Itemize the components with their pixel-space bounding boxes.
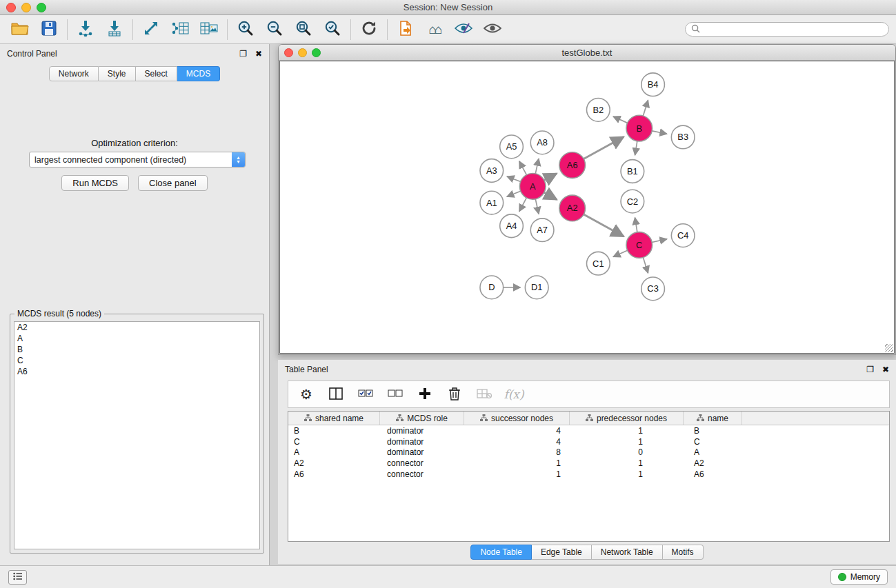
graph-edge-B-B4[interactable] [643, 100, 648, 116]
run-mcds-button[interactable]: Run MCDS [61, 175, 129, 191]
graph-node-A2[interactable]: A2 [559, 195, 586, 221]
search-box[interactable] [685, 22, 889, 37]
graph-edge-A2-C[interactable] [584, 214, 624, 236]
table-row[interactable]: A2connector11A2 [288, 458, 889, 469]
graph-node-A1[interactable]: A1 [480, 191, 504, 214]
table-settings-button[interactable]: ⚙ [298, 386, 315, 403]
deselect-all-columns-button[interactable] [387, 386, 404, 403]
column-header-shared-name[interactable]: shared name [288, 412, 380, 425]
graph-edge-C-C2[interactable] [635, 218, 637, 232]
graph-node-B3[interactable]: B3 [671, 125, 695, 149]
graph-node-A5[interactable]: A5 [500, 135, 524, 159]
maximize-window-button[interactable] [37, 3, 46, 12]
graph-node-B[interactable]: B [626, 115, 653, 141]
result-item[interactable]: A [14, 333, 259, 344]
search-input[interactable] [704, 24, 883, 35]
network-canvas[interactable]: B4B2BB3A5A8A6B1A3AC2A1A2A4A7C4CC1C3DD1 [279, 61, 895, 354]
graph-edge-A-A2[interactable] [544, 192, 557, 199]
graph-node-C[interactable]: C [626, 232, 653, 258]
table-row[interactable]: Cdominator41C [288, 436, 889, 447]
graph-edge-A-A1[interactable] [507, 191, 521, 196]
zoom-in-button[interactable] [231, 18, 260, 41]
graph-edge-A-A8[interactable] [535, 159, 539, 174]
graph-edge-A-A6[interactable] [544, 174, 557, 181]
open-session-file-button[interactable] [391, 18, 420, 41]
resize-handle-icon[interactable] [885, 344, 893, 352]
tab-mcds[interactable]: MCDS [177, 66, 220, 81]
graph-node-A6[interactable]: A6 [559, 152, 586, 179]
dropdown-stepper[interactable]: ▲▼ [232, 152, 245, 168]
tab-select[interactable]: Select [136, 66, 177, 81]
graph-node-A4[interactable]: A4 [500, 214, 524, 238]
graph-node-C3[interactable]: C3 [641, 277, 665, 301]
graph-node-D[interactable]: D [480, 276, 504, 299]
graph-node-A8[interactable]: A8 [530, 131, 554, 154]
graph-node-B2[interactable]: B2 [587, 98, 610, 121]
function-builder-button[interactable]: f(x) [506, 386, 522, 403]
graph-edge-C-C4[interactable] [652, 239, 667, 243]
tab-network-table[interactable]: Network Table [592, 545, 663, 560]
graph-node-B1[interactable]: B1 [621, 160, 644, 183]
graph-edge-C-C3[interactable] [643, 257, 648, 273]
close-window-button[interactable] [6, 3, 16, 12]
optimization-criterion-dropdown[interactable]: largest connected component (directed) ▲… [29, 152, 246, 168]
float-panel-icon[interactable]: ❐ [239, 49, 247, 59]
column-header-mcds-role[interactable]: MCDS role [380, 412, 464, 425]
column-header-successor-nodes[interactable]: successor nodes [464, 412, 570, 425]
home-networks-button[interactable]: ⌂⌂ [420, 18, 449, 41]
table-row[interactable]: Bdominator41B [288, 425, 889, 436]
minimize-window-button[interactable] [21, 3, 31, 12]
column-header-predecessor-nodes[interactable]: predecessor nodes [570, 412, 684, 425]
table-row[interactable]: A6connector11A6 [288, 469, 889, 480]
show-hide-button[interactable] [478, 18, 507, 41]
graph-node-A3[interactable]: A3 [480, 159, 504, 183]
graph-node-D1[interactable]: D1 [525, 276, 548, 299]
mcds-result-list[interactable]: A2ABCA6 [14, 321, 260, 549]
graph-edge-B-B2[interactable] [613, 116, 628, 123]
save-session-button[interactable] [34, 18, 63, 41]
tab-node-table[interactable]: Node Table [470, 545, 532, 560]
create-column-button[interactable] [417, 386, 433, 403]
close-table-panel-icon[interactable]: ✖ [882, 365, 889, 374]
zoom-fit-button[interactable] [289, 18, 318, 41]
graph-edge-A-A4[interactable] [519, 198, 527, 212]
close-network-window-button[interactable] [284, 48, 293, 57]
graph-node-B4[interactable]: B4 [641, 73, 665, 97]
export-image-button[interactable] [195, 18, 223, 41]
result-item[interactable]: A6 [14, 366, 259, 377]
result-item[interactable]: A2 [14, 322, 259, 333]
close-panel-icon[interactable]: ✖ [255, 49, 262, 59]
graph-node-C4[interactable]: C4 [671, 224, 695, 247]
tab-motifs[interactable]: Motifs [663, 545, 704, 560]
maximize-network-window-button[interactable] [312, 48, 321, 57]
graph-edge-B-B3[interactable] [652, 131, 667, 134]
export-network-button[interactable] [166, 18, 195, 41]
import-network-button[interactable] [71, 18, 100, 41]
graph-node-A7[interactable]: A7 [530, 219, 554, 242]
zoom-out-button[interactable] [260, 18, 289, 41]
network-window-titlebar[interactable]: testGlobe.txt [279, 45, 895, 61]
graph-node-A[interactable]: A [519, 173, 546, 199]
import-table-button[interactable] [100, 18, 129, 41]
graph-edge-A-A5[interactable] [519, 161, 527, 175]
annotation-mode-button[interactable] [449, 18, 478, 41]
tab-style[interactable]: Style [99, 66, 136, 81]
minimize-network-window-button[interactable] [298, 48, 307, 57]
graph-edge-B-B1[interactable] [635, 141, 637, 155]
graph-edge-A-A3[interactable] [507, 176, 521, 182]
graph-edge-C-C1[interactable] [613, 250, 628, 256]
delete-column-button[interactable] [446, 386, 463, 403]
open-session-button[interactable] [6, 18, 34, 41]
table-row[interactable]: Adominator80A [288, 447, 889, 458]
result-item[interactable]: C [14, 355, 259, 366]
column-header-name[interactable]: name [684, 412, 742, 425]
graph-node-C2[interactable]: C2 [621, 190, 644, 213]
float-table-panel-icon[interactable]: ❐ [866, 365, 874, 374]
refresh-button[interactable] [355, 18, 384, 41]
tab-network[interactable]: Network [49, 66, 99, 81]
zoom-selected-button[interactable] [318, 18, 347, 41]
graph-edge-A6-B[interactable] [584, 137, 624, 159]
memory-button[interactable]: Memory [830, 569, 888, 585]
close-panel-button[interactable]: Close panel [138, 175, 208, 191]
graph-edge-A-A7[interactable] [535, 199, 539, 214]
